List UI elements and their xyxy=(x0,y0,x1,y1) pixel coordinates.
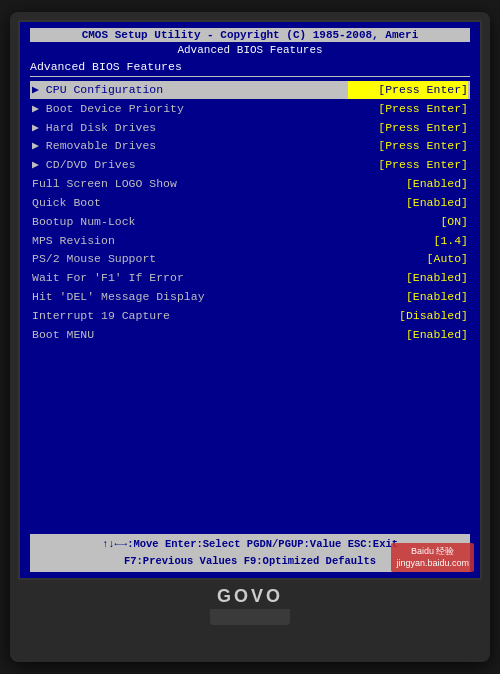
menu-item-label: Removable Drives xyxy=(32,137,348,155)
bios-header-bar: CMOS Setup Utility - Copyright (C) 1985-… xyxy=(30,28,470,42)
menu-item-value: [Enabled] xyxy=(348,269,468,287)
menu-row[interactable]: Boot Device Priority[Press Enter] xyxy=(30,100,470,118)
menu-item-label: MPS Revision xyxy=(32,232,348,250)
menu-row[interactable]: Hard Disk Drives[Press Enter] xyxy=(30,119,470,137)
menu-item-value: [Press Enter] xyxy=(348,81,468,99)
menu-item-label: Bootup Num-Lock xyxy=(32,213,348,231)
menu-item-label: CD/DVD Drives xyxy=(32,156,348,174)
menu-item-label: Full Screen LOGO Show xyxy=(32,175,348,193)
menu-items-list: CPU Configuration[Press Enter]Boot Devic… xyxy=(30,81,470,530)
menu-row[interactable]: Bootup Num-Lock[ON] xyxy=(30,213,470,231)
menu-item-value: [ON] xyxy=(348,213,468,231)
menu-row[interactable]: Quick Boot[Enabled] xyxy=(30,194,470,212)
menu-item-value: [Press Enter] xyxy=(348,100,468,118)
menu-row[interactable]: Full Screen LOGO Show[Enabled] xyxy=(30,175,470,193)
menu-row[interactable]: Removable Drives[Press Enter] xyxy=(30,137,470,155)
menu-item-label: PS/2 Mouse Support xyxy=(32,250,348,268)
menu-item-value: [Press Enter] xyxy=(348,137,468,155)
menu-item-label: CPU Configuration xyxy=(32,81,348,99)
menu-item-label: Boot Device Priority xyxy=(32,100,348,118)
menu-row[interactable]: CPU Configuration[Press Enter] xyxy=(30,81,470,99)
monitor-bottom: GOVO xyxy=(18,586,482,625)
bios-screen: CMOS Setup Utility - Copyright (C) 1985-… xyxy=(18,20,482,580)
menu-item-value: [Enabled] xyxy=(348,194,468,212)
menu-row[interactable]: Boot MENU[Enabled] xyxy=(30,326,470,344)
menu-item-value: [Press Enter] xyxy=(348,119,468,137)
menu-item-label: Hit 'DEL' Message Display xyxy=(32,288,348,306)
menu-item-label: Boot MENU xyxy=(32,326,348,344)
menu-item-value: [Enabled] xyxy=(348,326,468,344)
monitor-brand: GOVO xyxy=(217,586,283,607)
menu-item-value: [Auto] xyxy=(348,250,468,268)
section-divider xyxy=(30,76,470,77)
menu-row[interactable]: Hit 'DEL' Message Display[Enabled] xyxy=(30,288,470,306)
menu-item-label: Wait For 'F1' If Error xyxy=(32,269,348,287)
watermark-line1: Baidu 经验 xyxy=(396,545,469,558)
bios-header-title: Advanced BIOS Features xyxy=(30,44,470,56)
menu-item-value: [1.4] xyxy=(348,232,468,250)
menu-item-label: Hard Disk Drives xyxy=(32,119,348,137)
menu-item-label: Quick Boot xyxy=(32,194,348,212)
menu-item-value: [Press Enter] xyxy=(348,156,468,174)
menu-row[interactable]: MPS Revision[1.4] xyxy=(30,232,470,250)
menu-item-label: Interrupt 19 Capture xyxy=(32,307,348,325)
monitor-stand xyxy=(210,609,290,625)
menu-item-value: [Enabled] xyxy=(348,175,468,193)
watermark: Baidu 经验 jingyan.baidu.com xyxy=(391,543,474,572)
menu-item-value: [Enabled] xyxy=(348,288,468,306)
watermark-line2: jingyan.baidu.com xyxy=(396,557,469,570)
menu-item-value: [Disabled] xyxy=(348,307,468,325)
menu-row[interactable]: PS/2 Mouse Support[Auto] xyxy=(30,250,470,268)
bios-content: CMOS Setup Utility - Copyright (C) 1985-… xyxy=(20,22,480,578)
menu-row[interactable]: CD/DVD Drives[Press Enter] xyxy=(30,156,470,174)
menu-row[interactable]: Wait For 'F1' If Error[Enabled] xyxy=(30,269,470,287)
menu-row[interactable]: Interrupt 19 Capture[Disabled] xyxy=(30,307,470,325)
monitor: CMOS Setup Utility - Copyright (C) 1985-… xyxy=(10,12,490,662)
bios-section-title: Advanced BIOS Features xyxy=(30,60,470,73)
